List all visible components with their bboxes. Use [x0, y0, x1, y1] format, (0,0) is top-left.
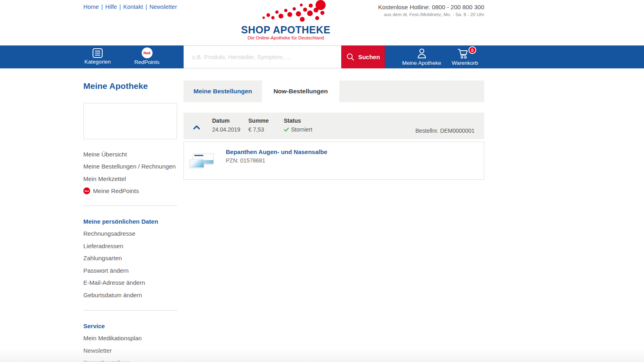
top-links: Home|Hilfe|Kontakt|Newsletter [83, 4, 177, 10]
status-value: Storniert [291, 126, 312, 133]
tab-meine-bestellungen[interactable]: Meine Bestellungen [184, 80, 262, 102]
datum-label: Datum [212, 117, 240, 124]
sidebar-item-merkzettel[interactable]: Mein Merkzettel [83, 173, 184, 185]
sidebar-item-medikationsplan[interactable]: Mein Medikationsplan [83, 332, 184, 345]
nav-meine-apotheke[interactable]: Meine Apotheke [398, 45, 445, 68]
sidebar-divider [83, 310, 177, 311]
sidebar-item-passwort[interactable]: Passwort ändern [83, 264, 184, 277]
cart-count-badge: 0 [469, 46, 476, 54]
search-button-label: Suchen [358, 53, 380, 60]
sidebar-title: Meine Apotheke [83, 81, 148, 91]
hamburger-menu-icon [93, 48, 103, 58]
product-name-link[interactable]: Bepanthen Augen- und Nasensalbe [226, 148, 327, 155]
nav-redpoints[interactable]: Red RedPoints [131, 45, 163, 68]
check-icon [284, 128, 289, 132]
sidebar-item-lieferadressen[interactable]: Lieferadressen [83, 240, 184, 252]
link-separator: | [145, 4, 147, 10]
hotline-info: Kostenlose Hotline: 0800 - 200 800 300 a… [378, 4, 484, 17]
sidebar-divider [83, 206, 177, 206]
warenkorb-label: Warenkorb [452, 60, 478, 66]
logo-title: SHOP APOTHEKE [241, 24, 331, 36]
link-separator: | [119, 4, 121, 10]
datum-value: 24.04.2019 [212, 126, 240, 133]
meine-apotheke-label: Meine Apotheke [402, 60, 441, 66]
sidebar-item-rechnungsadresse[interactable]: Rechnungsadresse [83, 228, 184, 240]
link-home[interactable]: Home [83, 4, 99, 10]
sidebar-empty-panel [83, 103, 177, 139]
hotline-number: Kostenlose Hotline: 0800 - 200 800 300 [378, 4, 484, 10]
sidebar-item-geburtsdatum[interactable]: Geburtsdatum ändern [83, 289, 184, 301]
status-label: Status [284, 117, 312, 124]
orders-tabbar: Meine Bestellungen Now-Bestellungen [184, 80, 484, 102]
product-pzn: PZN: 01578681 [226, 157, 265, 164]
kategorien-label: Kategorien [85, 59, 111, 65]
link-separator: | [101, 4, 103, 10]
sidebar-heading-personal: Meine persönlichen Daten [83, 215, 184, 228]
sidebar-item-redpoints[interactable]: Red Meine RedPoints [83, 185, 184, 197]
link-newsletter[interactable]: Newsletter [149, 4, 177, 10]
sidebar-item-uebersicht[interactable]: Meine Übersicht [83, 148, 184, 160]
user-icon [416, 48, 428, 59]
link-kontakt[interactable]: Kontakt [123, 4, 143, 10]
nav-kategorien[interactable]: Kategorien [80, 45, 115, 68]
redpoints-icon: Red [142, 47, 153, 58]
sidebar-item-newsletter[interactable]: Newsletter [83, 344, 184, 357]
order-status-column: Status Storniert [284, 117, 312, 133]
cart-icon [457, 48, 469, 59]
redpoints-label: RedPoints [134, 59, 159, 65]
product-thumbnail[interactable] [190, 152, 215, 169]
sidebar-item-email[interactable]: E-Mail-Adresse ändern [83, 277, 184, 289]
search-button[interactable]: Suchen [341, 45, 385, 68]
sidebar-item-bestellungen[interactable]: Meine Bestellungen / Rechnungen [83, 160, 184, 173]
logo-tagline: Die Online-Apotheke für Deutschland [241, 35, 331, 40]
redpoints-mini-icon: Red [83, 187, 90, 194]
logo-dots-icon [241, 0, 331, 24]
order-datum-column: Datum 24.04.2019 [212, 117, 240, 133]
summe-value: € 7,53 [248, 126, 269, 133]
sidebar-item-zahlungsarten[interactable]: Zahlungsarten [83, 252, 184, 265]
nav-warenkorb[interactable]: 0 Warenkorb [449, 45, 481, 68]
order-number: Bestellnr. DEM0000001 [415, 128, 475, 134]
search-bar: Suchen [184, 45, 385, 68]
summe-label: Summe [248, 117, 269, 124]
main-navbar: Kategorien Red RedPoints Suchen Meine Ap… [0, 45, 644, 68]
sidebar-account-links: Meine Übersicht Meine Bestellungen / Rec… [83, 148, 184, 197]
shop-apotheke-logo[interactable]: SHOP APOTHEKE Die Online-Apotheke für De… [241, 0, 331, 42]
search-input[interactable] [184, 45, 341, 68]
link-hilfe[interactable]: Hilfe [105, 4, 117, 10]
chevron-up-icon[interactable] [193, 124, 200, 131]
hotline-subtext: aus dem dt. Fest-/Mobilnetz, Mo. - Sa. 8… [378, 12, 484, 17]
order-summe-column: Summe € 7,53 [248, 117, 269, 133]
order-summary-row[interactable]: Datum 24.04.2019 Summe € 7,53 Status Sto… [184, 113, 484, 139]
search-icon [346, 53, 355, 62]
sidebar-personal-section: Meine persönlichen Daten Rechnungsadress… [83, 215, 184, 301]
sidebar-heading-service: Service [83, 320, 184, 332]
sidebar-service-section: Service Mein Medikationsplan Newsletter … [83, 320, 184, 362]
order-detail-panel: Bepanthen Augen- und Nasensalbe PZN: 015… [184, 142, 484, 180]
sidebar-item-rezeptbestellung[interactable]: Rezeptbestellung [83, 357, 184, 362]
tab-now-bestellungen[interactable]: Now-Bestellungen [262, 80, 339, 102]
